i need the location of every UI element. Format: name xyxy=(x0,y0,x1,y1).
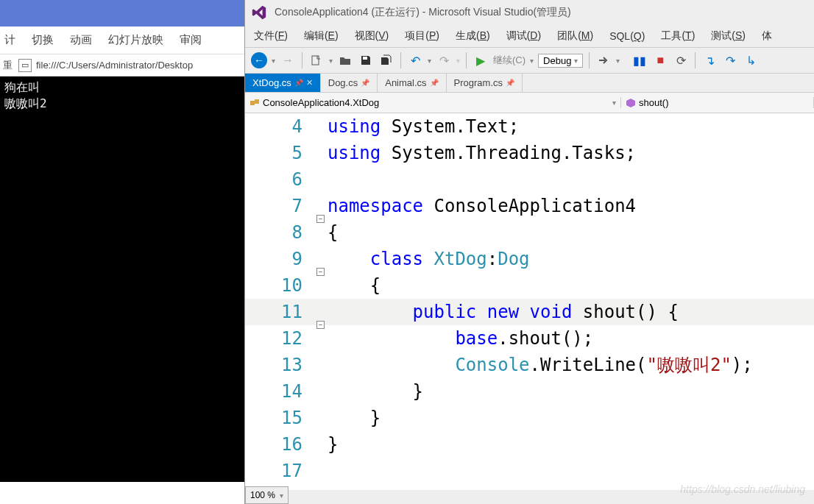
code-line[interactable]: 9− class XtDog:Dog xyxy=(245,246,814,272)
code-editor[interactable]: 4using System.Text;5using System.Threadi… xyxy=(245,113,814,490)
stop-button[interactable]: ■ xyxy=(652,52,668,68)
console-line: 狗在叫 xyxy=(4,79,240,96)
line-number: 12 xyxy=(245,328,311,349)
code-line[interactable]: 7−namespace ConsoleApplication4 xyxy=(245,193,814,219)
vs-title-text: ConsoleApplication4 (正在运行) - Microsoft V… xyxy=(275,6,571,19)
code-text: using System.Text; xyxy=(325,116,519,137)
line-number: 13 xyxy=(245,355,311,375)
code-line[interactable]: 17 xyxy=(245,458,814,484)
continue-label: 继续(C) xyxy=(493,54,525,67)
left-title-bar xyxy=(0,0,244,26)
svg-rect-0 xyxy=(312,56,319,65)
vs-title-bar: ConsoleApplication4 (正在运行) - Microsoft V… xyxy=(245,0,814,25)
ribbon-item[interactable]: 幻灯片放映 xyxy=(108,33,163,47)
pin-icon[interactable]: 📌 xyxy=(294,79,303,87)
file-tab[interactable]: Dog.cs📌 xyxy=(321,74,378,92)
close-icon[interactable]: ✕ xyxy=(306,78,313,88)
redo-button[interactable]: ↷ xyxy=(436,52,452,68)
vs-menu-item[interactable]: 编辑(E) xyxy=(304,29,339,43)
vs-menu-item[interactable]: 测试(S) xyxy=(711,29,746,43)
watermark-text: https://blog.csdn.net/liubing xyxy=(680,483,805,495)
ribbon-item[interactable]: 动画 xyxy=(70,33,92,47)
line-number: 9 xyxy=(245,249,311,269)
breadcrumb-member[interactable]: shout() xyxy=(621,97,814,108)
continue-button[interactable]: ▶ xyxy=(473,52,489,68)
pin-icon[interactable]: 📌 xyxy=(361,79,369,87)
subbar-prefix: 重 xyxy=(3,59,13,72)
step-button[interactable] xyxy=(595,52,612,68)
code-text: } xyxy=(325,381,423,402)
nav-back-button[interactable]: ← xyxy=(251,52,267,68)
vs-menu-item[interactable]: 视图(V) xyxy=(355,29,389,43)
code-line[interactable]: 13 Console.WriteLine("嗷嗷叫2"); xyxy=(245,352,814,378)
file-tab[interactable]: Program.cs📌 xyxy=(447,74,523,92)
code-line[interactable]: 6 xyxy=(245,166,814,193)
line-number: 5 xyxy=(245,143,311,163)
console-line: 嗷嗷叫2 xyxy=(4,96,240,112)
ribbon-menu: 计 切换 动画 幻灯片放映 审阅 xyxy=(0,26,244,54)
vs-menu-item[interactable]: 团队(M) xyxy=(557,29,593,43)
code-text: using System.Threading.Tasks; xyxy=(325,143,636,163)
vs-menu-item[interactable]: 体 xyxy=(762,29,772,43)
fold-icon[interactable]: − xyxy=(316,268,325,276)
code-line[interactable]: 11− public new void shout() { xyxy=(245,299,814,325)
ribbon-item[interactable]: 切换 xyxy=(32,33,54,47)
vs-menu-item[interactable]: 调试(D) xyxy=(506,29,541,43)
breadcrumb: ConsoleApplication4.XtDog ▾ shout() xyxy=(245,93,814,113)
line-number: 4 xyxy=(245,116,311,137)
code-line[interactable]: 4using System.Text; xyxy=(245,113,814,140)
restart-button[interactable]: ⟳ xyxy=(673,52,689,68)
new-file-button[interactable] xyxy=(308,52,325,68)
zoom-control[interactable]: 100 % ▾ xyxy=(245,486,289,504)
pin-icon[interactable]: 📌 xyxy=(506,79,514,87)
ribbon-item[interactable]: 审阅 xyxy=(180,33,202,47)
line-number: 10 xyxy=(245,275,311,296)
step-into-button[interactable]: ↴ xyxy=(701,52,718,68)
vs-logo-icon xyxy=(251,4,267,21)
page-icon: ▭ xyxy=(18,59,32,72)
fold-icon[interactable]: − xyxy=(316,321,325,329)
line-number: 7 xyxy=(245,196,311,216)
class-icon xyxy=(249,98,260,108)
line-number: 16 xyxy=(245,434,311,455)
config-dropdown[interactable]: Debug▾ xyxy=(538,54,583,68)
open-button[interactable] xyxy=(337,52,353,68)
pause-button[interactable]: ▮▮ xyxy=(631,52,648,68)
file-tab[interactable]: XtDog.cs📌✕ xyxy=(245,74,321,92)
code-line[interactable]: 10 { xyxy=(245,272,814,299)
console-output: 狗在叫 嗷嗷叫2 xyxy=(0,77,244,482)
step-out-button[interactable]: ↳ xyxy=(743,52,759,68)
ribbon-item[interactable]: 计 xyxy=(4,33,15,47)
file-tab[interactable]: Animal.cs📌 xyxy=(378,74,446,92)
code-line[interactable]: 16} xyxy=(245,431,814,458)
line-number: 11 xyxy=(245,302,311,322)
code-text: Console.WriteLine("嗷嗷叫2"); xyxy=(325,353,753,377)
pin-icon[interactable]: 📌 xyxy=(430,79,439,87)
vs-menu-item[interactable]: 工具(T) xyxy=(661,29,695,43)
vs-menu-item[interactable]: 生成(B) xyxy=(456,29,490,43)
code-line[interactable]: 14 } xyxy=(245,378,814,405)
code-line[interactable]: 5using System.Threading.Tasks; xyxy=(245,140,814,166)
save-all-button[interactable] xyxy=(378,52,394,68)
code-line[interactable]: 8{ xyxy=(245,219,814,246)
line-number: 17 xyxy=(245,461,311,481)
code-text: class XtDog:Dog xyxy=(325,249,530,269)
vs-menu-item[interactable]: 项目(P) xyxy=(405,29,439,43)
svg-rect-1 xyxy=(363,57,367,60)
code-text: base.shout(); xyxy=(325,328,593,349)
save-button[interactable] xyxy=(358,52,374,68)
file-tab-strip: XtDog.cs📌✕Dog.cs📌Animal.cs📌Program.cs📌 xyxy=(245,74,814,93)
vs-menu-item[interactable]: SQL(Q) xyxy=(609,30,645,42)
vs-menu-item[interactable]: 文件(F) xyxy=(254,29,288,43)
code-text: } xyxy=(325,408,381,428)
code-text: { xyxy=(325,275,381,296)
method-icon xyxy=(626,98,636,108)
step-over-button[interactable]: ↷ xyxy=(722,52,738,68)
undo-button[interactable]: ↶ xyxy=(407,52,423,68)
fold-icon[interactable]: − xyxy=(316,215,325,223)
code-line[interactable]: 12 base.shout(); xyxy=(245,325,814,352)
code-line[interactable]: 15 } xyxy=(245,405,814,431)
breadcrumb-namespace[interactable]: ConsoleApplication4.XtDog ▾ xyxy=(245,97,621,108)
address-text: file:///C:/Users/Administrator/Desktop xyxy=(36,60,193,71)
nav-forward-button[interactable]: → xyxy=(280,52,296,68)
